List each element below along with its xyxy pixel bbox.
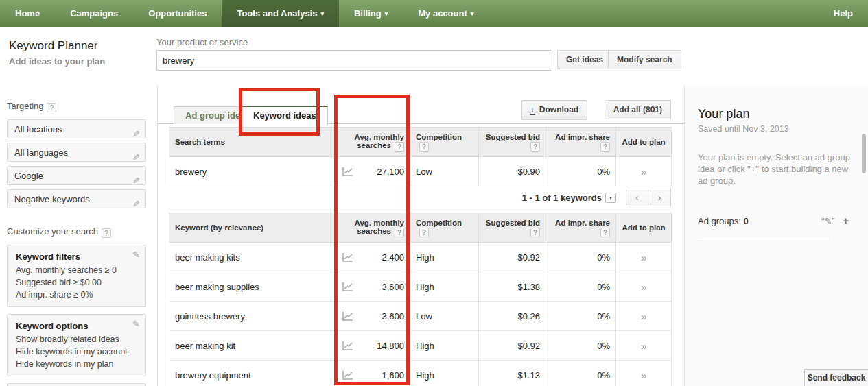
- col-header-search-terms: Search terms: [169, 128, 337, 157]
- sidebar-item-all-languages[interactable]: All languages ✎: [7, 143, 146, 162]
- help-icon[interactable]: ?: [600, 142, 610, 152]
- date-range-panel-partial[interactable]: ✎: [7, 383, 146, 386]
- sidebar-item-label: All languages: [14, 147, 68, 158]
- filter-line: Ad impr. share ≥ 0%: [16, 290, 139, 300]
- chevron-down-icon: ▾: [471, 10, 474, 17]
- add-to-plan-button[interactable]: »: [641, 252, 646, 263]
- nav-item-opportunities[interactable]: Opportunities: [133, 0, 222, 27]
- sidebar-item-label: All locations: [14, 124, 62, 134]
- your-plan-panel: Your plan Saved until Nov 3, 2013 Your p…: [684, 86, 868, 386]
- trend-chart-icon[interactable]: [342, 341, 353, 352]
- sidebar-item-negative-keywords[interactable]: Negative keywords ✎: [7, 189, 146, 208]
- col-header-keyword-by-relevance: Keyword (by relevance): [169, 213, 337, 243]
- table-row: beer making kit 14,800 High $0.92 0% »: [169, 331, 672, 361]
- modify-search-button[interactable]: Modify search: [608, 50, 681, 69]
- your-plan-saved-until: Saved until Nov 3, 2013: [698, 124, 789, 134]
- help-icon[interactable]: ?: [395, 228, 404, 237]
- nav-item-my-account[interactable]: My account▾: [403, 0, 489, 27]
- option-line: Hide keywords in my plan: [16, 359, 139, 369]
- trend-chart-icon[interactable]: [342, 167, 353, 178]
- nav-item-home[interactable]: Home: [0, 0, 55, 27]
- trend-chart-icon[interactable]: [342, 311, 353, 323]
- edit-pencil-icon[interactable]: ✎: [132, 319, 140, 329]
- nav-item-campaigns[interactable]: Campaigns: [55, 0, 133, 27]
- search-input-label: Your product or service: [156, 37, 248, 47]
- keyword-cell: beer making kits: [169, 243, 337, 272]
- trend-chart-icon[interactable]: [342, 252, 353, 264]
- table-row: beer making kits 2,400 High $0.92 0% »: [169, 243, 672, 272]
- keyword-cell: beer making kit: [169, 331, 337, 361]
- nav-item-help[interactable]: Help: [819, 0, 868, 27]
- help-icon[interactable]: ?: [102, 228, 111, 238]
- option-line: Hide keywords in my account: [16, 347, 139, 357]
- targeting-section-title: Targeting?: [7, 101, 157, 112]
- table-header-row: Keyword (by relevance) Avg. monthly sear…: [169, 213, 672, 243]
- col-header-suggested-bid: Suggested bid?: [479, 128, 546, 157]
- pagination-label: 1 - 1 of 1 keywords: [522, 193, 602, 203]
- add-ad-group-plus-icon[interactable]: +: [843, 215, 849, 226]
- next-page-button[interactable]: ›: [648, 189, 671, 206]
- add-to-plan-cell: »: [616, 331, 672, 361]
- add-all-button[interactable]: Add all (801): [605, 100, 671, 119]
- page-subtitle: Add ideas to your plan: [9, 56, 105, 67]
- add-to-plan-button[interactable]: »: [641, 311, 646, 322]
- page-size-dropdown[interactable]: ▼: [605, 193, 616, 203]
- ad-impr-share-cell: 0%: [546, 243, 616, 272]
- edit-pencil-icon[interactable]: ✎: [132, 125, 140, 143]
- get-ideas-button[interactable]: Get ideas: [557, 50, 612, 69]
- pagination: 1 - 1 of 1 keywords ▼ ‹ ›: [522, 189, 671, 206]
- suggested-bid-cell: $0.90: [479, 157, 546, 186]
- edit-pencil-icon[interactable]: “✎”: [821, 216, 835, 226]
- edit-pencil-icon[interactable]: ✎: [132, 195, 140, 213]
- keyword-filters-panel[interactable]: ✎ Keyword filters Avg. monthly searches …: [7, 245, 146, 307]
- col-header-competition: Competition?: [410, 128, 479, 157]
- sidebar-item-all-locations[interactable]: All locations ✎: [7, 119, 146, 138]
- customize-title-text: Customize your search: [7, 226, 98, 237]
- table-row: guinness brewery 3,600 Low $0.26 0% »: [169, 302, 672, 331]
- trend-chart-icon[interactable]: [342, 370, 353, 382]
- add-to-plan-button[interactable]: »: [641, 166, 646, 178]
- edit-pencil-icon[interactable]: ✎: [132, 250, 140, 260]
- send-feedback-button[interactable]: Send feedback: [804, 369, 868, 386]
- nav-item-billing[interactable]: Billing▾: [339, 0, 403, 27]
- help-icon[interactable]: ?: [530, 228, 540, 237]
- download-button[interactable]: ↓Download: [521, 100, 587, 120]
- customize-search-section-title: Customize your search?: [7, 226, 157, 238]
- option-line: Show broadly related ideas: [16, 335, 139, 344]
- help-icon[interactable]: ?: [47, 103, 56, 112]
- edit-pencil-icon[interactable]: ✎: [132, 148, 140, 167]
- suggested-bid-cell: $1.13: [479, 361, 546, 386]
- avg-searches-value: 3,600: [382, 311, 404, 322]
- filter-line: Suggested bid ≥ $0.00: [16, 278, 139, 287]
- help-icon[interactable]: ?: [395, 142, 404, 152]
- edit-pencil-icon[interactable]: ✎: [132, 171, 140, 190]
- add-to-plan-button[interactable]: »: [641, 281, 646, 293]
- help-icon[interactable]: ?: [419, 228, 429, 237]
- col-header-label: Ad impr. share: [552, 219, 610, 227]
- keyword-cell: guinness brewery: [169, 302, 337, 331]
- search-term-cell: brewery: [169, 157, 337, 186]
- page-header: Keyword Planner Add ideas to your plan Y…: [0, 27, 868, 86]
- table-header-row: Search terms Avg. monthly searches? Comp…: [169, 128, 672, 157]
- tab-keyword-ideas[interactable]: Keyword ideas: [242, 106, 328, 125]
- nav-item-tools-and-analysis[interactable]: Tools and Analysis▾: [222, 0, 339, 27]
- nav-item-label: Tools and Analysis: [237, 8, 317, 19]
- sidebar-item-google[interactable]: Google ✎: [7, 166, 146, 185]
- product-service-input[interactable]: [156, 50, 552, 71]
- trend-chart-icon[interactable]: [342, 282, 353, 293]
- add-to-plan-button[interactable]: »: [641, 340, 646, 352]
- keyword-options-panel[interactable]: ✎ Keyword options Show broadly related i…: [7, 314, 146, 376]
- sidebar-item-label: Negative keywords: [14, 194, 90, 204]
- add-to-plan-button[interactable]: »: [641, 370, 646, 381]
- help-icon[interactable]: ?: [530, 142, 540, 152]
- prev-page-button[interactable]: ‹: [626, 189, 648, 206]
- download-icon: ↓: [530, 106, 535, 115]
- avg-searches-cell: 3,600: [337, 272, 410, 302]
- help-icon[interactable]: ?: [600, 228, 610, 237]
- col-header-label: Competition: [416, 219, 462, 227]
- suggested-bid-cell: $0.26: [479, 302, 546, 331]
- scrollbar-thumb[interactable]: [862, 134, 866, 173]
- suggested-bid-cell: $1.38: [479, 272, 546, 302]
- col-header-label: Suggested bid: [484, 219, 540, 227]
- help-icon[interactable]: ?: [419, 142, 429, 152]
